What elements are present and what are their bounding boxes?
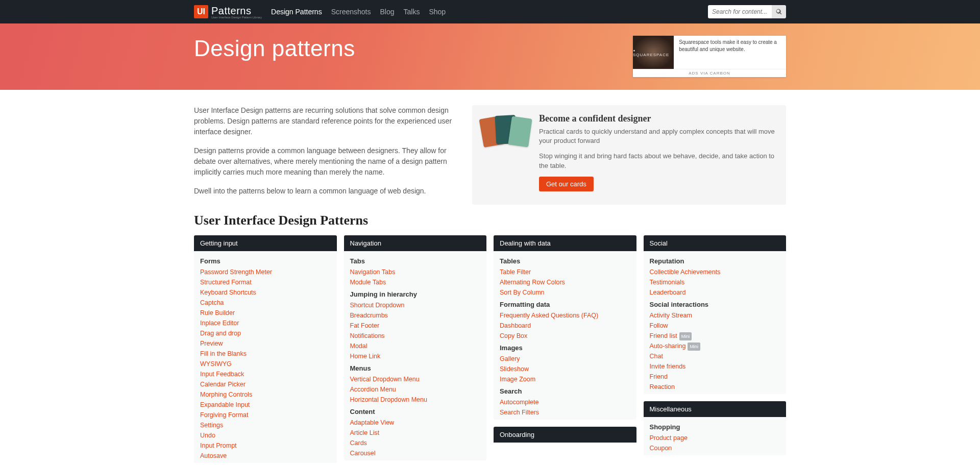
pattern-link[interactable]: Notifications — [350, 331, 481, 341]
pattern-link[interactable]: Dashboard — [500, 321, 630, 331]
promo-box: Become a confident designer Practical ca… — [472, 105, 786, 205]
pattern-link[interactable]: Calendar Picker — [200, 379, 331, 389]
pattern-link[interactable]: Password Strength Meter — [200, 267, 331, 277]
pattern-link[interactable]: Testimonials — [650, 277, 780, 287]
pattern-link[interactable]: Undo — [200, 430, 331, 440]
pattern-link[interactable]: Forgiving Format — [200, 410, 331, 420]
pattern-link[interactable]: Friend — [650, 372, 780, 382]
pattern-link[interactable]: Modal — [350, 341, 481, 351]
pattern-link[interactable]: Input Feedback — [200, 369, 331, 379]
group-title: Content — [350, 408, 481, 415]
pattern-link[interactable]: Input Prompt — [200, 440, 331, 451]
pattern-link[interactable]: Auto-sharingMini — [650, 341, 780, 351]
pattern-link[interactable]: Gallery — [500, 354, 630, 364]
nav-link[interactable]: Blog — [380, 8, 394, 16]
pattern-link[interactable]: Rule Builder — [200, 308, 331, 318]
pattern-panel: SocialReputationCollectible Achievements… — [644, 235, 787, 394]
promo-image — [481, 113, 530, 149]
pattern-link[interactable]: Slideshow — [500, 364, 630, 374]
pattern-link[interactable]: Accordion Menu — [350, 384, 481, 395]
pattern-link[interactable]: Settings — [200, 420, 331, 430]
pattern-link[interactable]: Cards — [350, 438, 481, 448]
pattern-link[interactable]: Coupon — [650, 443, 780, 453]
panel-body: TablesTable FilterAlternating Row Colors… — [494, 251, 636, 420]
search-input[interactable] — [708, 5, 772, 18]
pattern-link[interactable]: Sort By Column — [500, 287, 630, 298]
section-title: User Interface Design Patterns — [194, 213, 786, 228]
nav-link[interactable]: Talks — [404, 8, 420, 16]
mini-badge: Mini — [688, 342, 700, 351]
pattern-link[interactable]: Preview — [200, 338, 331, 349]
pattern-link[interactable]: Keyboard Shortcuts — [200, 287, 331, 298]
pattern-panel: NavigationTabsNavigation TabsModule Tabs… — [344, 235, 487, 460]
pattern-link[interactable]: Inplace Editor — [200, 318, 331, 328]
intro-p1: User Interface Design patterns are recur… — [194, 105, 457, 137]
pattern-link[interactable]: Drag and drop — [200, 328, 331, 338]
logo-text: Patterns — [211, 5, 251, 16]
pattern-link[interactable]: Product page — [650, 433, 780, 443]
panel-header: Miscellaneous — [644, 401, 787, 417]
pattern-link[interactable]: Leaderboard — [650, 287, 780, 298]
panel-header: Onboarding — [494, 427, 636, 443]
carbon-ad[interactable]: ⬥ SQUARESPACE Squarespace tools make it … — [633, 36, 786, 77]
pattern-link[interactable]: Invite friends — [650, 361, 780, 372]
pattern-link[interactable]: Activity Stream — [650, 310, 780, 321]
pattern-link[interactable]: Autocomplete — [500, 397, 630, 407]
panel-header: Dealing with data — [494, 235, 636, 251]
main-container: User Interface Design patterns are recur… — [184, 90, 796, 465]
pattern-link[interactable]: Chat — [650, 351, 780, 361]
intro-text: User Interface Design patterns are recur… — [194, 105, 457, 205]
logo[interactable]: UI Patterns User Interface Design Patter… — [194, 5, 262, 19]
nav-link[interactable]: Shop — [429, 8, 446, 16]
pattern-column: Dealing with dataTablesTable FilterAlter… — [494, 235, 636, 465]
pattern-link[interactable]: Vertical Dropdown Menu — [350, 374, 481, 384]
pattern-link[interactable]: Captcha — [200, 298, 331, 308]
pattern-link[interactable]: Search Filters — [500, 407, 630, 418]
pattern-link[interactable]: Friend listMini — [650, 331, 780, 341]
promo-title: Become a confident designer — [539, 113, 777, 124]
pattern-link[interactable]: Image Zoom — [500, 374, 630, 384]
pattern-columns: Getting inputFormsPassword Strength Mete… — [194, 235, 786, 465]
pattern-link[interactable]: Expandable Input — [200, 400, 331, 410]
pattern-link[interactable]: Module Tabs — [350, 277, 481, 287]
pattern-link[interactable]: Autosave — [200, 451, 331, 461]
intro-p3: Dwell into the patterns below to learn a… — [194, 186, 457, 197]
pattern-link[interactable]: Breadcrumbs — [350, 310, 481, 321]
pattern-link[interactable]: Fat Footer — [350, 321, 481, 331]
pattern-panel: Getting inputFormsPassword Strength Mete… — [194, 235, 337, 463]
pattern-link[interactable]: Frequently Asked Questions (FAQ) — [500, 310, 630, 321]
get-cards-button[interactable]: Get our cards — [539, 177, 594, 191]
search-icon — [776, 9, 782, 15]
pattern-link[interactable]: Article List — [350, 428, 481, 438]
pattern-link[interactable]: WYSIWYG — [200, 359, 331, 369]
nav-links: Design PatternsScreenshotsBlogTalksShop — [271, 8, 446, 16]
nav-link[interactable]: Screenshots — [331, 8, 371, 16]
mini-badge: Mini — [679, 332, 692, 340]
promo-p1: Practical cards to quickly understand an… — [539, 127, 777, 145]
pattern-panel: Dealing with dataTablesTable FilterAlter… — [494, 235, 636, 420]
pattern-link[interactable]: Alternating Row Colors — [500, 277, 630, 287]
pattern-column: Getting inputFormsPassword Strength Mete… — [194, 235, 337, 465]
pattern-link[interactable]: Carousel — [350, 448, 481, 458]
pattern-link[interactable]: Collectible Achievements — [650, 267, 780, 277]
group-title: Social interactions — [650, 301, 780, 308]
search-button[interactable] — [772, 5, 786, 18]
pattern-link[interactable]: Follow — [650, 321, 780, 331]
pattern-link[interactable]: Morphing Controls — [200, 389, 331, 400]
pattern-link[interactable]: Shortcut Dropdown — [350, 300, 481, 310]
pattern-link[interactable]: Navigation Tabs — [350, 267, 481, 277]
pattern-link[interactable]: Table Filter — [500, 267, 630, 277]
pattern-link[interactable]: Home Link — [350, 351, 481, 361]
pattern-link[interactable]: Adaptable View — [350, 418, 481, 428]
pattern-link[interactable]: Fill in the Blanks — [200, 349, 331, 359]
logo-subtitle: User Interface Design Pattern Library — [211, 16, 262, 19]
pattern-link[interactable]: Horizontal Dropdown Menu — [350, 395, 481, 405]
group-title: Forms — [200, 257, 331, 265]
pattern-column: NavigationTabsNavigation TabsModule Tabs… — [344, 235, 487, 465]
intro-p2: Design patterns provide a common languag… — [194, 145, 457, 178]
pattern-link[interactable]: Reaction — [650, 382, 780, 392]
pattern-link[interactable]: Structured Format — [200, 277, 331, 287]
pattern-link[interactable]: Copy Box — [500, 331, 630, 341]
group-title: Menus — [350, 364, 481, 372]
nav-link[interactable]: Design Patterns — [271, 8, 322, 16]
